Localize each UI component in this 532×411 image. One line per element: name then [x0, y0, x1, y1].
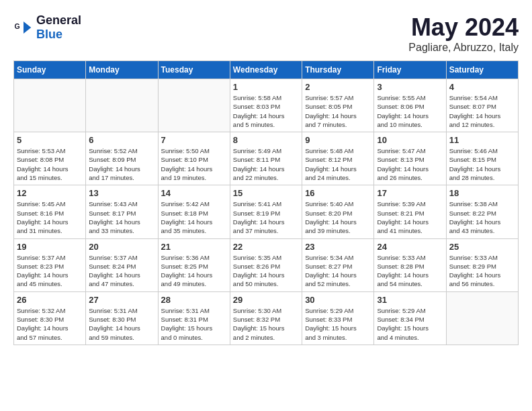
calendar-cell: 13Sunrise: 5:43 AM Sunset: 8:17 PM Dayli… [86, 185, 158, 238]
day-info: Sunrise: 5:43 AM Sunset: 8:17 PM Dayligh… [89, 199, 154, 235]
calendar-cell [14, 79, 86, 132]
weekday-row: SundayMondayTuesdayWednesdayThursdayFrid… [14, 61, 519, 79]
calendar-cell: 30Sunrise: 5:29 AM Sunset: 8:33 PM Dayli… [302, 291, 374, 345]
svg-text:G: G [15, 22, 20, 30]
day-info: Sunrise: 5:41 AM Sunset: 8:19 PM Dayligh… [233, 199, 299, 235]
calendar-cell: 29Sunrise: 5:30 AM Sunset: 8:32 PM Dayli… [230, 291, 302, 345]
day-info: Sunrise: 5:42 AM Sunset: 8:18 PM Dayligh… [161, 199, 227, 235]
day-number: 14 [161, 188, 227, 198]
weekday-header: Friday [374, 61, 446, 79]
calendar-cell: 24Sunrise: 5:33 AM Sunset: 8:28 PM Dayli… [374, 238, 446, 291]
calendar-cell: 25Sunrise: 5:33 AM Sunset: 8:29 PM Dayli… [446, 238, 518, 291]
day-number: 3 [377, 82, 443, 92]
day-info: Sunrise: 5:40 AM Sunset: 8:20 PM Dayligh… [305, 199, 371, 235]
day-info: Sunrise: 5:45 AM Sunset: 8:16 PM Dayligh… [17, 199, 83, 235]
day-info: Sunrise: 5:37 AM Sunset: 8:23 PM Dayligh… [17, 253, 83, 289]
day-info: Sunrise: 5:53 AM Sunset: 8:08 PM Dayligh… [17, 146, 83, 182]
calendar-cell: 4Sunrise: 5:54 AM Sunset: 8:07 PM Daylig… [446, 79, 518, 132]
calendar-body: 1Sunrise: 5:58 AM Sunset: 8:03 PM Daylig… [14, 79, 519, 345]
calendar-week-row: 26Sunrise: 5:32 AM Sunset: 8:30 PM Dayli… [14, 291, 519, 345]
day-info: Sunrise: 5:31 AM Sunset: 8:31 PM Dayligh… [161, 306, 227, 342]
day-number: 13 [89, 188, 154, 198]
day-info: Sunrise: 5:50 AM Sunset: 8:10 PM Dayligh… [161, 146, 227, 182]
calendar-header: SundayMondayTuesdayWednesdayThursdayFrid… [14, 61, 519, 79]
day-number: 4 [449, 82, 515, 92]
calendar-cell: 5Sunrise: 5:53 AM Sunset: 8:08 PM Daylig… [14, 132, 86, 185]
calendar-cell: 23Sunrise: 5:34 AM Sunset: 8:27 PM Dayli… [302, 238, 374, 291]
day-info: Sunrise: 5:34 AM Sunset: 8:27 PM Dayligh… [305, 253, 371, 289]
day-info: Sunrise: 5:31 AM Sunset: 8:30 PM Dayligh… [89, 306, 154, 342]
calendar-cell [86, 79, 158, 132]
day-info: Sunrise: 5:30 AM Sunset: 8:32 PM Dayligh… [233, 306, 299, 342]
day-number: 9 [305, 135, 371, 145]
calendar-cell: 20Sunrise: 5:37 AM Sunset: 8:24 PM Dayli… [86, 238, 158, 291]
day-info: Sunrise: 5:36 AM Sunset: 8:25 PM Dayligh… [161, 253, 227, 289]
day-number: 24 [377, 242, 443, 252]
day-number: 11 [449, 135, 515, 145]
calendar-cell: 10Sunrise: 5:47 AM Sunset: 8:13 PM Dayli… [374, 132, 446, 185]
calendar-cell: 1Sunrise: 5:58 AM Sunset: 8:03 PM Daylig… [230, 79, 302, 132]
day-number: 21 [161, 242, 227, 252]
calendar-cell: 15Sunrise: 5:41 AM Sunset: 8:19 PM Dayli… [230, 185, 302, 238]
calendar-cell: 31Sunrise: 5:29 AM Sunset: 8:34 PM Dayli… [374, 291, 446, 345]
calendar-cell: 7Sunrise: 5:50 AM Sunset: 8:10 PM Daylig… [158, 132, 230, 185]
page-header: G General Blue May 2024 Pagliare, Abruzz… [13, 13, 519, 54]
calendar-cell: 17Sunrise: 5:39 AM Sunset: 8:21 PM Dayli… [374, 185, 446, 238]
location: Pagliare, Abruzzo, Italy [408, 42, 519, 54]
calendar-cell: 11Sunrise: 5:46 AM Sunset: 8:15 PM Dayli… [446, 132, 518, 185]
day-number: 20 [89, 242, 154, 252]
day-number: 16 [305, 188, 371, 198]
calendar-cell: 14Sunrise: 5:42 AM Sunset: 8:18 PM Dayli… [158, 185, 230, 238]
day-number: 28 [161, 295, 227, 305]
calendar-cell [446, 291, 518, 345]
calendar-cell: 28Sunrise: 5:31 AM Sunset: 8:31 PM Dayli… [158, 291, 230, 345]
day-info: Sunrise: 5:52 AM Sunset: 8:09 PM Dayligh… [89, 146, 154, 182]
weekday-header: Saturday [446, 61, 518, 79]
day-number: 26 [17, 295, 83, 305]
day-number: 17 [377, 188, 443, 198]
day-info: Sunrise: 5:33 AM Sunset: 8:28 PM Dayligh… [377, 253, 443, 289]
day-number: 23 [305, 242, 371, 252]
day-number: 22 [233, 242, 299, 252]
calendar-cell [158, 79, 230, 132]
day-info: Sunrise: 5:58 AM Sunset: 8:03 PM Dayligh… [233, 93, 299, 129]
day-info: Sunrise: 5:33 AM Sunset: 8:29 PM Dayligh… [449, 253, 515, 289]
day-number: 12 [17, 188, 83, 198]
calendar-cell: 12Sunrise: 5:45 AM Sunset: 8:16 PM Dayli… [14, 185, 86, 238]
calendar-cell: 3Sunrise: 5:55 AM Sunset: 8:06 PM Daylig… [374, 79, 446, 132]
calendar-cell: 18Sunrise: 5:38 AM Sunset: 8:22 PM Dayli… [446, 185, 518, 238]
day-number: 30 [305, 295, 371, 305]
month-title: May 2024 [408, 13, 519, 42]
calendar-cell: 19Sunrise: 5:37 AM Sunset: 8:23 PM Dayli… [14, 238, 86, 291]
day-number: 31 [377, 295, 443, 305]
day-number: 25 [449, 242, 515, 252]
day-number: 10 [377, 135, 443, 145]
day-info: Sunrise: 5:29 AM Sunset: 8:33 PM Dayligh… [305, 306, 371, 342]
calendar-cell: 2Sunrise: 5:57 AM Sunset: 8:05 PM Daylig… [302, 79, 374, 132]
day-info: Sunrise: 5:55 AM Sunset: 8:06 PM Dayligh… [377, 93, 443, 129]
day-info: Sunrise: 5:47 AM Sunset: 8:13 PM Dayligh… [377, 146, 443, 182]
day-number: 19 [17, 242, 83, 252]
calendar-cell: 21Sunrise: 5:36 AM Sunset: 8:25 PM Dayli… [158, 238, 230, 291]
day-info: Sunrise: 5:29 AM Sunset: 8:34 PM Dayligh… [377, 306, 443, 342]
day-info: Sunrise: 5:46 AM Sunset: 8:15 PM Dayligh… [449, 146, 515, 182]
day-info: Sunrise: 5:48 AM Sunset: 8:12 PM Dayligh… [305, 146, 371, 182]
day-info: Sunrise: 5:54 AM Sunset: 8:07 PM Dayligh… [449, 93, 515, 129]
calendar-cell: 22Sunrise: 5:35 AM Sunset: 8:26 PM Dayli… [230, 238, 302, 291]
day-info: Sunrise: 5:32 AM Sunset: 8:30 PM Dayligh… [17, 306, 83, 342]
day-info: Sunrise: 5:37 AM Sunset: 8:24 PM Dayligh… [89, 253, 154, 289]
calendar-cell: 8Sunrise: 5:49 AM Sunset: 8:11 PM Daylig… [230, 132, 302, 185]
weekday-header: Thursday [302, 61, 374, 79]
logo-blue: Blue [36, 28, 81, 42]
calendar-cell: 26Sunrise: 5:32 AM Sunset: 8:30 PM Dayli… [14, 291, 86, 345]
logo-general: General [36, 13, 81, 28]
day-number: 29 [233, 295, 299, 305]
calendar: SundayMondayTuesdayWednesdayThursdayFrid… [13, 60, 519, 345]
weekday-header: Monday [86, 61, 158, 79]
day-number: 7 [161, 135, 227, 145]
day-number: 1 [233, 82, 299, 92]
day-number: 15 [233, 188, 299, 198]
weekday-header: Wednesday [230, 61, 302, 79]
day-number: 5 [17, 135, 83, 145]
day-number: 2 [305, 82, 371, 92]
